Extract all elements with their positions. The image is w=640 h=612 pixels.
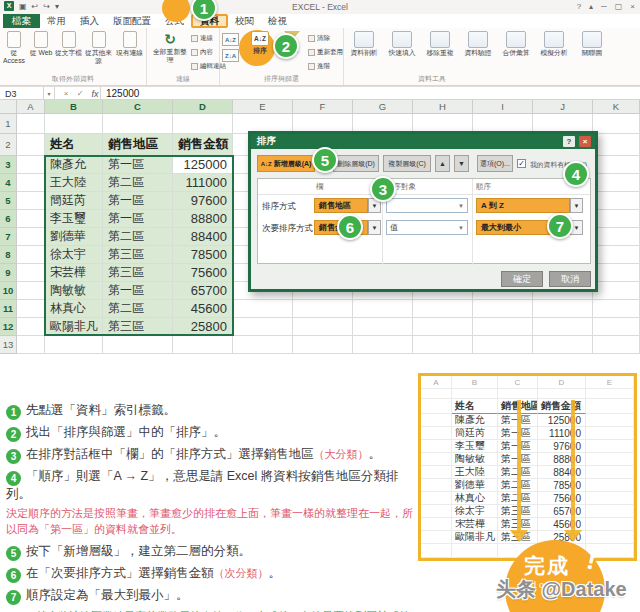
cell-F13[interactable]: [293, 336, 353, 354]
cell-D6[interactable]: 88800: [173, 210, 233, 228]
ribbon-options-icon[interactable]: ▴: [589, 2, 593, 11]
cell-B4[interactable]: 王大陸: [45, 174, 103, 192]
from-text-button[interactable]: 從文字檔: [54, 31, 83, 57]
properties-button[interactable]: 內容: [191, 48, 213, 57]
cell-B3[interactable]: 陳彥允: [45, 156, 103, 174]
cell-C3[interactable]: 第一區: [103, 156, 173, 174]
sort-by-column-dropdown[interactable]: 銷售地區: [314, 198, 368, 213]
close-icon[interactable]: ×: [630, 2, 635, 11]
dialog-close-icon[interactable]: ×: [579, 136, 591, 147]
cell-D12[interactable]: 25800: [173, 318, 233, 336]
row-header-13[interactable]: 13: [0, 336, 17, 354]
remove-duplicates-button[interactable]: 移除重複: [422, 31, 458, 57]
cell-C2[interactable]: 銷售地區: [103, 134, 173, 156]
cell-C7[interactable]: 第二區: [103, 228, 173, 246]
sheet-select-all[interactable]: [0, 100, 17, 114]
dialog-help-icon[interactable]: ?: [563, 136, 575, 147]
relationships-button[interactable]: 關聯圖: [574, 31, 610, 57]
cell-C9[interactable]: 第三區: [103, 264, 173, 282]
cell-B7[interactable]: 劉德華: [45, 228, 103, 246]
tab-home[interactable]: 常用: [40, 14, 73, 28]
my-data-has-headers-checkbox[interactable]: ✓: [517, 159, 526, 168]
row-header-3[interactable]: 3: [0, 156, 17, 174]
cell-F12[interactable]: [293, 318, 353, 336]
cell-K13[interactable]: [593, 336, 640, 354]
from-other-sources-button[interactable]: 從其他來源: [83, 31, 114, 65]
cell-E13[interactable]: [233, 336, 293, 354]
cell-K5[interactable]: [593, 192, 640, 210]
text-to-columns-button[interactable]: 資料剖析: [346, 31, 382, 57]
tab-page-layout[interactable]: 版面配置: [106, 14, 158, 28]
add-level-button[interactable]: A↓Z新增層級(A): [257, 155, 315, 172]
cell-I12[interactable]: [473, 318, 533, 336]
column-header-G[interactable]: G: [353, 100, 413, 114]
formula-input[interactable]: 125000: [106, 87, 406, 100]
column-header-F[interactable]: F: [293, 100, 353, 114]
redo-icon[interactable]: ↪: [43, 2, 50, 11]
cell-D8[interactable]: 78500: [173, 246, 233, 264]
edit-links-button[interactable]: 編輯連結: [191, 62, 226, 71]
cell-E11[interactable]: [233, 300, 293, 318]
options-button[interactable]: 選項(O)...: [477, 155, 513, 172]
cell-D9[interactable]: 75600: [173, 264, 233, 282]
reapply-button[interactable]: 重新套用: [308, 48, 343, 57]
cell-J11[interactable]: [533, 300, 593, 318]
row-header-5[interactable]: 5: [0, 192, 17, 210]
row-header-4[interactable]: 4: [0, 174, 17, 192]
row-header-7[interactable]: 7: [0, 228, 17, 246]
clear-button[interactable]: 清除: [308, 34, 330, 43]
cell-C1[interactable]: [103, 114, 173, 134]
row-header-12[interactable]: 12: [0, 318, 17, 336]
sort-ascending-icon[interactable]: A↓Z: [222, 33, 239, 46]
customize-toolbar-icon[interactable]: ▾: [55, 2, 59, 11]
cell-B6[interactable]: 李玉璽: [45, 210, 103, 228]
row-header-8[interactable]: 8: [0, 246, 17, 264]
maximize-icon[interactable]: ▢: [615, 2, 623, 11]
cell-K12[interactable]: [593, 318, 640, 336]
move-up-icon[interactable]: ▲: [435, 155, 450, 172]
tab-file[interactable]: 檔案: [3, 14, 40, 28]
sort-on-dropdown[interactable]: ▼: [386, 198, 468, 213]
cell-D7[interactable]: 88400: [173, 228, 233, 246]
dialog-title-bar[interactable]: 排序 ? ×: [251, 134, 595, 149]
ok-button[interactable]: 確定: [501, 271, 543, 287]
then-sort-on-dropdown[interactable]: 值▼: [386, 220, 468, 235]
cell-B11[interactable]: 林真心: [45, 300, 103, 318]
cell-D5[interactable]: 97600: [173, 192, 233, 210]
cell-H13[interactable]: [413, 336, 473, 354]
cell-I11[interactable]: [473, 300, 533, 318]
cell-G11[interactable]: [353, 300, 413, 318]
minimize-icon[interactable]: ─: [601, 2, 607, 11]
cell-H11[interactable]: [413, 300, 473, 318]
column-header-J[interactable]: J: [533, 100, 593, 114]
cell-K11[interactable]: [593, 300, 640, 318]
cell-D3[interactable]: 125000: [173, 156, 233, 174]
from-access-button[interactable]: 從 Access: [0, 31, 28, 65]
cell-D2[interactable]: 銷售金額: [173, 134, 233, 156]
cell-J13[interactable]: [533, 336, 593, 354]
tab-insert[interactable]: 插入: [73, 14, 106, 28]
row-header-10[interactable]: 10: [0, 282, 17, 300]
cell-A3[interactable]: [17, 156, 45, 174]
cell-A8[interactable]: [17, 246, 45, 264]
column-header-E[interactable]: E: [233, 100, 293, 114]
from-web-button[interactable]: 從 Web: [28, 31, 54, 57]
cancel-entry-icon[interactable]: ×: [60, 87, 72, 100]
tab-view[interactable]: 檢視: [261, 14, 294, 28]
name-box[interactable]: D3: [0, 87, 44, 100]
order-dropdown[interactable]: A 到 Z: [476, 198, 570, 213]
data-validation-button[interactable]: 資料驗證: [460, 31, 496, 57]
cell-C11[interactable]: 第二區: [103, 300, 173, 318]
cell-B8[interactable]: 徐太宇: [45, 246, 103, 264]
cell-F11[interactable]: [293, 300, 353, 318]
undo-icon[interactable]: ↩: [32, 2, 39, 11]
cell-I13[interactable]: [473, 336, 533, 354]
cell-B1[interactable]: [45, 114, 103, 134]
column-header-I[interactable]: I: [473, 100, 533, 114]
order-dropdown-icon[interactable]: ▼: [570, 198, 583, 213]
cell-A5[interactable]: [17, 192, 45, 210]
copy-level-button[interactable]: 複製層級(C): [383, 155, 431, 172]
cell-C13[interactable]: [103, 336, 173, 354]
cell-A1[interactable]: [17, 114, 45, 134]
cell-G13[interactable]: [353, 336, 413, 354]
